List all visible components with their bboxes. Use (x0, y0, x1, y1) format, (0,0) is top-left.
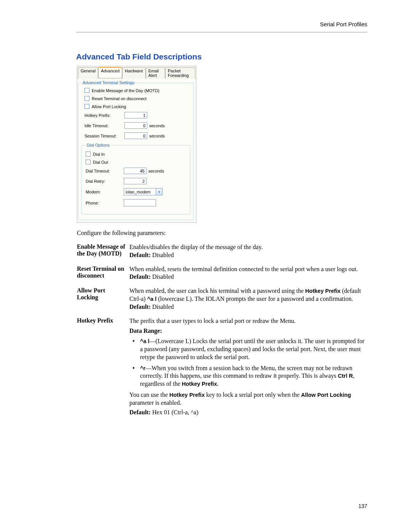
idle-timeout-unit: seconds (149, 123, 165, 128)
param-desc-reset: When enabled, resets the terminal defini… (129, 265, 368, 288)
section-title: Advanced Tab Field Descriptions (76, 52, 367, 61)
fieldset-dial-options: Dial Options Dial In Dial Out Dial Timeo… (81, 143, 190, 214)
checkbox-allow-port-locking-label: Allow Port Locking (92, 104, 126, 109)
param-label-reset: Reset Terminal on disconnect (77, 265, 129, 288)
param-desc-motd: Enables/disables the display of the mess… (129, 243, 368, 265)
dial-retry-input[interactable]: 2 (124, 178, 147, 184)
fieldset-dial-legend: Dial Options (86, 143, 111, 147)
checkbox-reset-terminal-label: Reset Terminal on disconnect (92, 96, 147, 101)
tab-advanced[interactable]: Advanced (98, 67, 122, 78)
checkbox-dial-out-label: Dial Out (93, 160, 108, 165)
param-label-hotkey: Hotkey Prefix (77, 317, 129, 423)
dial-timeout-unit: seconds (148, 169, 164, 173)
checkbox-dial-out[interactable] (86, 160, 91, 165)
param-label-motd: Enable Message of the Day (MOTD) (77, 243, 129, 265)
header-divider (76, 32, 367, 32)
page-number: 137 (358, 503, 367, 509)
checkbox-motd[interactable] (84, 88, 89, 93)
param-desc-allow-lock: When enabled, the user can lock his term… (129, 287, 368, 317)
checkbox-allow-port-locking[interactable] (84, 104, 89, 109)
tab-bar: General Advanced Hardware Email Alert Pa… (77, 66, 196, 78)
param-label-allow-lock: Allow Port Locking (77, 287, 129, 317)
chevron-down-icon[interactable]: ▾ (156, 188, 162, 195)
fieldset-advanced-terminal: Advanced Terminal Settings Enable Messag… (78, 80, 194, 220)
checkbox-dial-in-label: Dial In (93, 152, 105, 157)
phone-label: Phone: (86, 201, 124, 205)
intro-text: Configure the following parameters: (77, 230, 367, 236)
tab-general[interactable]: General (78, 67, 98, 78)
session-timeout-label: Session Timeout: (84, 134, 124, 138)
param-desc-hotkey: The prefix that a user types to lock a s… (129, 317, 368, 423)
fieldset-legend: Advanced Terminal Settings (81, 80, 135, 85)
idle-timeout-label: Idle Timeout: (84, 123, 124, 128)
parameter-table: Enable Message of the Day (MOTD) Enables… (77, 243, 368, 422)
phone-input[interactable] (124, 199, 156, 206)
dial-retry-label: Dial Retry: (86, 179, 124, 184)
checkbox-reset-terminal[interactable] (84, 96, 89, 101)
tab-email-alert[interactable]: Email Alert (146, 67, 165, 78)
session-timeout-unit: seconds (149, 134, 165, 138)
idle-timeout-input[interactable]: 0 (124, 122, 147, 129)
modem-select-value: iolan_modem (124, 188, 156, 195)
tab-packet-forwarding[interactable]: Packet Forwarding (165, 67, 195, 78)
modem-label: Modem: (86, 190, 124, 194)
session-timeout-input[interactable]: 0 (124, 133, 147, 139)
dial-timeout-label: Dial Timeout: (86, 169, 124, 173)
hotkey-prefix-label: Hotkey Prefix: (84, 113, 124, 118)
dial-timeout-input[interactable]: 45 (124, 168, 147, 174)
modem-select[interactable]: iolan_modem ▾ (124, 188, 162, 195)
tab-hardware[interactable]: Hardware (122, 67, 146, 78)
checkbox-dial-in[interactable] (86, 152, 91, 157)
header-breadcrumb: Serial Port Profiles (76, 21, 367, 27)
hotkey-prefix-input[interactable]: 1 (124, 112, 147, 118)
embedded-screenshot: General Advanced Hardware Email Alert Pa… (77, 66, 196, 223)
checkbox-motd-label: Enable Message of the Day (MOTD) (92, 88, 159, 93)
